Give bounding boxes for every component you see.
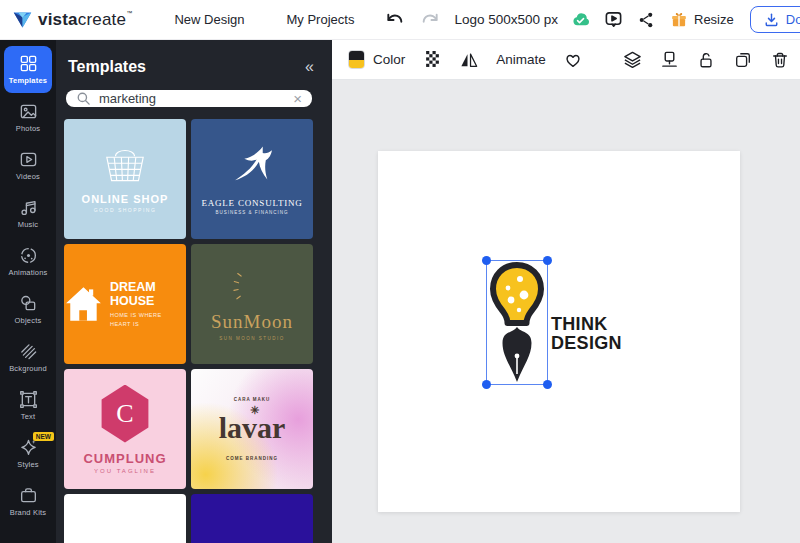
clear-search-icon[interactable]: × [293,90,302,107]
top-header: vistacreate™ New Design My Projects Logo… [0,0,800,40]
sidebar-label: Videos [16,172,40,181]
lock-icon[interactable] [696,50,716,70]
redo-icon[interactable] [420,10,440,30]
sidebar-label: Brand Kits [10,508,47,517]
color-label: Color [373,52,405,67]
templates-panel: Templates « × ONLINE SHOP GOOD SHOPPING … [56,40,332,543]
template-subtitle: HOME IS WHERE HEART IS [110,311,168,328]
share-icon[interactable] [636,10,656,30]
sidebar-item-text[interactable]: Text [4,382,52,429]
download-label: Download [786,12,800,27]
lavar-wordmark: lavar✳ [219,416,286,440]
present-icon[interactable] [603,10,623,30]
undo-icon[interactable] [384,10,404,30]
sidebar-label: Bckground [9,364,47,373]
sidebar-label: Photos [16,124,41,133]
objects-icon [19,294,38,313]
sidebar-item-templates[interactable]: Templates [4,46,52,93]
template-partial-navy[interactable] [191,494,313,543]
template-title: DREAM HOUSE [110,280,186,308]
template-subtitle: YOU TAGLINE [94,468,156,474]
cloud-saved-icon [570,10,590,30]
template-bottom-text: COME BRANDING [226,456,278,461]
logo-text-line1: THINK [551,315,622,334]
canvas-workspace[interactable]: THINK DESIGN [332,80,800,543]
favorite-heart-icon[interactable] [563,50,583,70]
editor-area: Color Animate [332,40,800,543]
hexagon-monogram: C [99,385,151,443]
left-icon-rail: Templates Photos Videos Music Animations… [0,40,56,543]
logo-text-element[interactable]: THINK DESIGN [551,315,622,353]
search-box: × [66,90,312,107]
sidebar-item-objects[interactable]: Objects [4,286,52,333]
template-online-shop[interactable]: ONLINE SHOP GOOD SHOPPING [64,119,186,239]
template-lavar[interactable]: CARA MAKU lavar✳ COME BRANDING [191,369,313,489]
template-subtitle: BUSINESS & FINANCING [215,210,288,215]
sidebar-item-animations[interactable]: Animations [4,238,52,285]
resize-handle-bottom-left[interactable] [482,380,491,389]
template-subtitle: SUN MOON STUDIO [219,336,285,341]
music-icon [19,198,38,217]
template-title: CUMPLUNG [83,451,166,466]
background-icon [19,342,38,361]
panel-title: Templates [68,58,146,76]
videos-icon [19,150,38,169]
layers-icon[interactable] [622,50,642,70]
new-badge: NEW [33,432,54,441]
nav-new-design[interactable]: New Design [174,12,244,27]
template-top-text: CARA MAKU [234,397,271,402]
delete-icon[interactable] [770,50,790,70]
sidebar-item-favorites[interactable] [4,526,52,543]
vistacreate-app: vistacreate™ New Design My Projects Logo… [0,0,800,543]
download-icon [764,12,779,27]
resize-handle-bottom-right[interactable] [543,380,552,389]
lightbulb-pen-logo[interactable] [486,261,548,386]
template-sunmoon[interactable]: SunMoon SUN MOON STUDIO [191,244,313,364]
duplicate-icon[interactable] [733,50,753,70]
sidebar-item-brand-kits[interactable]: Brand Kits [4,478,52,525]
sidebar-label: Templates [9,76,47,85]
template-eagle-consulting[interactable]: EAGLE CONSULTING BUSINESS & FINANCING [191,119,313,239]
collapse-panel-icon[interactable]: « [305,58,314,76]
template-cumplung[interactable]: C CUMPLUNG YOU TAGLINE [64,369,186,489]
sidebar-item-photos[interactable]: Photos [4,94,52,141]
sun-moon-icon [231,267,273,307]
sidebar-label: Animations [8,268,47,277]
briefcase-icon [19,486,38,505]
animations-icon [19,246,38,265]
document-title[interactable]: Logo 500x500 px [454,12,558,27]
basket-icon [99,145,151,185]
sidebar-item-background[interactable]: Bckground [4,334,52,381]
sidebar-item-videos[interactable]: Videos [4,142,52,189]
transparency-icon[interactable] [422,50,442,70]
sidebar-label: Styles [17,460,39,469]
logo-text-line2: DESIGN [551,334,622,353]
template-dream-house[interactable]: DREAM HOUSE HOME IS WHERE HEART IS [64,244,186,364]
resize-button[interactable]: Resize [670,11,734,29]
sidebar-item-styles[interactable]: NEW Styles [4,430,52,477]
vistacreate-triangle-icon [12,9,33,30]
photos-icon [19,102,38,121]
brand-name: vistacreate™ [38,10,132,30]
sidebar-label: Music [18,220,39,229]
resize-handle-top-left[interactable] [482,256,491,265]
resize-handle-top-right[interactable] [543,256,552,265]
sidebar-item-music[interactable]: Music [4,190,52,237]
vistacreate-logo[interactable]: vistacreate™ [12,9,132,30]
templates-grid-icon [19,54,38,73]
template-partial-white[interactable] [64,494,186,543]
template-title: ONLINE SHOP [82,193,169,205]
position-icon[interactable] [659,50,679,70]
nav-my-projects[interactable]: My Projects [287,12,355,27]
color-button[interactable]: Color [348,50,405,69]
flip-icon[interactable] [459,50,479,70]
selected-element-bounding-box[interactable] [486,260,548,385]
search-input[interactable] [99,91,285,106]
context-toolbar: Color Animate [332,40,800,80]
animate-button[interactable]: Animate [496,52,546,67]
gift-icon [670,11,688,29]
template-title: EAGLE CONSULTING [201,198,302,208]
template-title: SunMoon [211,311,293,333]
download-button[interactable]: Download [750,6,800,33]
sidebar-label: Objects [15,316,42,325]
